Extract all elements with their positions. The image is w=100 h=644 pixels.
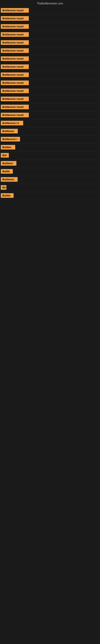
bottleneck-result-bar[interactable]: Bottlenec <box>1 177 18 182</box>
list-item: Bot <box>0 152 100 160</box>
site-title: TheBottlenecker.com <box>37 2 63 5</box>
bottleneck-result-bar[interactable]: Bottleneck r <box>1 137 20 142</box>
list-item: Bottleneck r <box>0 136 100 144</box>
list-item: Bottleneck result <box>0 104 100 112</box>
list-item: Bottle <box>0 168 100 176</box>
list-item: Bottlenec <box>0 176 100 184</box>
bottleneck-result-bar[interactable]: Bottleneck re <box>1 121 23 126</box>
bottleneck-result-bar[interactable]: Bottleneck result <box>1 72 29 77</box>
list-item: Bottleneck result <box>0 112 100 120</box>
list-item: Bottleneck result <box>0 39 100 47</box>
bottleneck-result-bar[interactable]: Bottleneck result <box>1 56 29 61</box>
bottleneck-result-bar[interactable]: Bottleneck result <box>1 8 29 13</box>
bottleneck-result-bar[interactable]: Bottleneck result <box>1 64 29 69</box>
bottleneck-result-bar[interactable]: Bottleneck result <box>1 105 29 109</box>
list-item: Bo <box>0 184 100 192</box>
bottleneck-result-bar[interactable]: Bottleneck result <box>1 32 29 37</box>
bottleneck-result-bar[interactable]: Bottlenec <box>1 129 18 134</box>
bottleneck-result-bar[interactable]: Bottleneck result <box>1 48 29 53</box>
list-item: Bottlene <box>0 160 100 168</box>
bottleneck-result-bar[interactable]: Bottleneck result <box>1 24 29 29</box>
page-wrapper: TheBottlenecker.com Bottleneck resultBot… <box>0 0 100 200</box>
rows-container: Bottleneck resultBottleneck resultBottle… <box>0 7 100 200</box>
list-item: Bottleneck result <box>0 63 100 71</box>
list-item: Bottleneck result <box>0 47 100 55</box>
bottleneck-result-bar[interactable]: Bottleneck result <box>1 80 29 85</box>
list-item: Bottlen <box>0 144 100 152</box>
list-item: Bottleneck result <box>0 23 100 31</box>
bottleneck-result-bar[interactable]: Bot <box>1 153 9 158</box>
list-item: Bottleneck result <box>0 7 100 15</box>
list-item: Bottleneck result <box>0 87 100 96</box>
bottleneck-result-bar[interactable]: Bottleneck result <box>1 113 29 117</box>
bottleneck-result-bar[interactable]: Bottleneck result <box>1 16 29 21</box>
list-item: Bottlenec <box>0 128 100 136</box>
list-item: Bottleneck result <box>0 55 100 63</box>
bottleneck-result-bar[interactable]: Bottlen <box>1 145 15 150</box>
site-header: TheBottlenecker.com <box>0 0 100 7</box>
list-item: Bottleneck result <box>0 31 100 39</box>
list-item: Bottler <box>0 192 100 200</box>
bottleneck-result-bar[interactable]: Bottleneck result <box>1 96 29 101</box>
list-item: Bottleneck re <box>0 120 100 128</box>
list-item: Bottleneck result <box>0 96 100 104</box>
bottleneck-result-bar[interactable]: Bottle <box>1 169 13 174</box>
bottleneck-result-bar[interactable]: Bottleneck result <box>1 40 29 45</box>
list-item: Bottleneck result <box>0 15 100 23</box>
list-item: Bottleneck result <box>0 71 100 79</box>
bottleneck-result-bar[interactable]: Bo <box>1 185 6 190</box>
bottleneck-result-bar[interactable]: Bottler <box>1 193 14 198</box>
bottleneck-result-bar[interactable]: Bottleneck result <box>1 88 29 93</box>
list-item: Bottleneck result <box>0 79 100 87</box>
bottleneck-result-bar[interactable]: Bottlene <box>1 161 16 166</box>
